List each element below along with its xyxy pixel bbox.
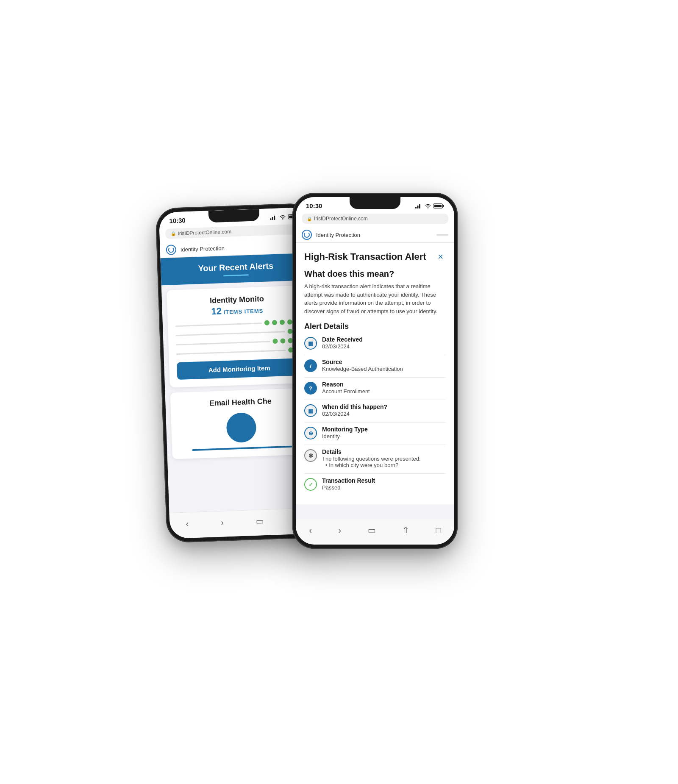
detail-separator-2 [304,400,446,400]
detail-value-4: Identity [322,433,368,439]
detail-value-2: Account Enrollment [322,388,370,395]
detail-icon-wrap-3: ▦ [304,404,317,417]
dot-g1 [264,320,270,325]
add-monitoring-item-button[interactable]: Add Monitoring Item [177,358,302,380]
front-address-bar[interactable]: 🔒 IrisIDProtectOnline.com [302,214,448,224]
wifi-icon [279,214,286,220]
front-nav-forward[interactable]: › [334,524,345,537]
back-address-bar[interactable]: 🔒 IrisIDProtectOnline.com [165,224,304,239]
front-url: IrisIDProtectOnline.com [314,216,368,222]
dot-g6 [287,329,292,334]
alerts-title: Your Recent Alerts [169,260,303,275]
detail-label-2: Reason [322,381,370,388]
detail-label-4: Monitoring Type [322,426,368,433]
detail-icon-6: ✓ [308,481,313,488]
detail-value-1: Knowledge-Based Authentication [322,366,403,372]
back-phone-notch [208,209,260,222]
detail-value-6: Passed [322,484,375,491]
modal-title: High-Risk Transaction Alert [304,251,435,262]
what-desc: A high-risk transaction alert indicates … [304,282,446,315]
detail-separator-0 [304,355,446,355]
front-wifi-icon [425,203,431,209]
detail-separator-1 [304,377,446,378]
detail-label-5: Details [322,448,421,455]
detail-rows-container: ▦Date Received02/03/2024iSourceKnowledge… [304,336,446,491]
items-label: ITEMS [223,309,242,316]
dot-g2 [272,320,277,325]
detail-text-1: SourceKnowledge-Based Authentication [322,359,403,372]
dots-grid [175,319,301,356]
dot-g3 [280,320,285,325]
detail-row-6: ✓Transaction ResultPassed [304,477,446,491]
what-heading: What does this mean? [304,269,446,279]
detail-icon-wrap-2: ? [304,382,317,395]
detail-value-5: The following questions were presented: [322,456,421,462]
front-browser-tab-bar: Identity Protection [296,227,454,243]
line-3 [176,341,270,345]
detail-row-3: ▦When did this happen?02/03/2024 [304,403,446,417]
svg-rect-8 [419,204,420,209]
front-nav-bookmarks[interactable]: ▭ [364,523,380,537]
line-1 [175,322,262,327]
email-card-title: Email Health Che [178,396,303,409]
svg-rect-0 [270,218,271,220]
front-address-bar-row: 🔒 IrisIDProtectOnline.com [296,211,454,227]
modal-close-button[interactable]: × [435,251,446,262]
detail-icon-1: i [310,363,311,369]
back-browser-logo [166,245,176,255]
front-nav-tabs[interactable]: □ [432,524,445,537]
scene: 10:30 [148,180,530,604]
back-nav-back[interactable]: ‹ [181,517,193,531]
svg-rect-1 [272,217,273,220]
front-signal-icon [415,203,422,209]
detail-row-5: ✱DetailsThe following questions were pre… [304,448,446,468]
email-circle-chart [226,412,256,443]
front-phone-screen: 10:30 [296,197,454,545]
svg-rect-2 [274,215,275,220]
email-bar [192,446,292,451]
front-lock-icon: 🔒 [307,217,312,221]
dots-row-2 [176,328,300,338]
detail-icon-wrap-6: ✓ [304,478,317,491]
front-browser-logo [302,230,312,240]
items-label-text: ITEMS [244,308,263,315]
alert-details-heading: Alert Details [304,322,446,331]
detail-separator-4 [304,445,446,445]
detail-row-4: ⊕Monitoring TypeIdentity [304,426,446,439]
detail-label-0: Date Received [322,336,363,343]
detail-separator-5 [304,473,446,474]
back-browser-logo-inner [168,247,174,253]
dots-row-3 [176,338,300,347]
detail-separator-3 [304,422,446,423]
back-lock-icon: 🔒 [170,231,175,236]
back-nav-bookmarks[interactable]: ▭ [251,514,268,528]
detail-icon-wrap-0: ▦ [304,337,317,350]
items-num: 12 [211,306,222,317]
detail-text-4: Monitoring TypeIdentity [322,426,368,439]
svg-rect-7 [417,206,419,209]
detail-text-2: ReasonAccount Enrollment [322,381,370,395]
front-tab-title: Identity Protection [316,232,360,238]
front-nav-back[interactable]: ‹ [305,524,316,537]
svg-rect-6 [415,207,417,209]
detail-text-6: Transaction ResultPassed [322,477,375,491]
front-phone-notch [350,197,400,209]
detail-bullet-5: • In which city were you born? [322,462,421,468]
email-card: Email Health Che [170,388,312,459]
detail-value-0: 02/03/2024 [322,343,363,350]
detail-icon-3: ▦ [308,408,313,414]
identity-card: Identity Monito 12 ITEMS ITEMS [167,285,310,387]
front-nav-share[interactable]: ⇧ [398,523,414,537]
svg-rect-10 [434,205,442,207]
back-nav-forward[interactable]: › [217,516,228,529]
detail-row-1: iSourceKnowledge-Based Authentication [304,359,446,372]
front-tab-handle [436,234,448,236]
detail-icon-wrap-4: ⊕ [304,427,317,439]
alert-modal: High-Risk Transaction Alert × What does … [296,243,454,504]
alerts-header: Your Recent Alerts [160,253,311,285]
detail-icon-wrap-5: ✱ [304,449,317,462]
line-2 [176,331,285,336]
dots-row-4 [176,347,301,356]
detail-icon-2: ? [309,385,312,392]
detail-icon-5: ✱ [308,453,313,459]
